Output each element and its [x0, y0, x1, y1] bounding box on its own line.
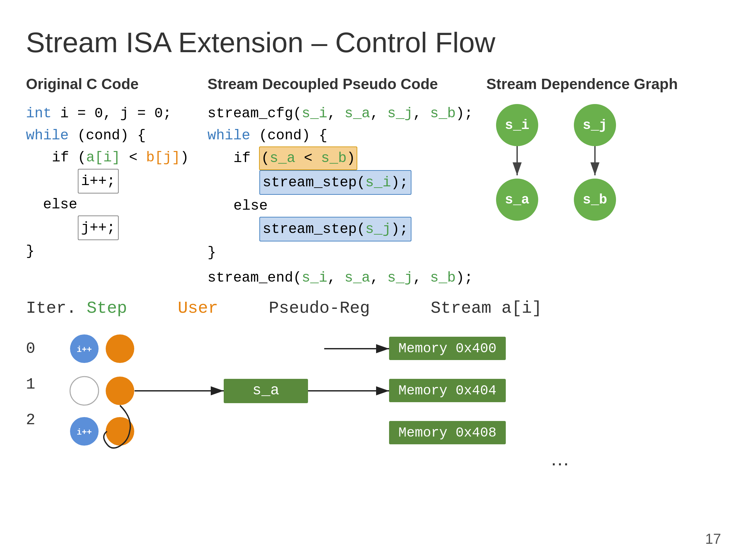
keyword-while-1: while — [26, 127, 69, 143]
legend-space1 — [137, 299, 168, 318]
code-section: int i = 0, j = 0; while (cond) { if (a[i… — [26, 102, 721, 289]
iinc-box: i++; — [78, 169, 119, 193]
iter-0: 0 — [26, 331, 65, 367]
slide-title: Stream ISA Extension – Control Flow — [26, 26, 721, 59]
end-sj: s_j — [387, 270, 413, 286]
col-header-3: Stream Dependence Graph — [486, 75, 681, 93]
svg-text:s_b: s_b — [583, 192, 607, 208]
end-sb: s_b — [430, 270, 456, 286]
pseudo-line-3: if (s_a < s_b) — [233, 146, 486, 170]
pseudo-line-4: stream_step(s_i); — [259, 170, 486, 195]
svg-point-15 — [70, 377, 99, 405]
pseudo-line-5: else — [233, 195, 486, 217]
stream-step-si: stream_step(s_i); — [259, 170, 411, 195]
original-c-code: int i = 0, j = 0; while (cond) { if (a[i… — [26, 102, 207, 262]
code-line-3: if (a[i] < b[j]) — [52, 146, 207, 168]
diagram-svg-container: i++ i++ s_a — [65, 331, 713, 454]
iter-2: 2 — [26, 402, 65, 438]
end-si: s_i — [302, 270, 327, 286]
end-sa: s_a — [344, 270, 370, 286]
svg-text:Memory 0x404: Memory 0x404 — [398, 383, 496, 399]
svg-text:Memory 0x408: Memory 0x408 — [398, 425, 496, 441]
iter-1: 1 — [26, 367, 65, 402]
legend-space2 — [228, 299, 259, 318]
keyword-while-2: while — [207, 127, 250, 143]
pseudo-line-1: stream_cfg(s_i, s_a, s_j, s_b); — [207, 102, 486, 125]
graph-column: s_i s_j s_a s_b — [486, 102, 697, 230]
diagram-svg: i++ i++ s_a — [65, 331, 713, 454]
pseudo-line-8: stream_end(s_i, s_a, s_j, s_b); — [207, 267, 486, 289]
code-line-5: else — [26, 193, 207, 215]
pseudo-line-2: while (cond) { — [207, 125, 486, 146]
svg-text:i++: i++ — [77, 427, 92, 437]
legend-pseudo: Pseudo-Reg — [269, 299, 370, 318]
condition-highlight: (s_a < s_b) — [259, 146, 357, 170]
legend-stream: Stream a[i] — [431, 299, 542, 318]
jinc-box: j++; — [78, 215, 119, 240]
param-sa: s_a — [344, 105, 370, 122]
legend-space3 — [380, 299, 420, 318]
code-line-4: i++; — [78, 169, 207, 193]
svg-text:s_j: s_j — [583, 118, 607, 133]
legend-iter: Iter. — [26, 299, 86, 318]
param-sb: s_b — [430, 105, 456, 122]
col-header-1: Original C Code — [26, 75, 207, 93]
dependence-graph: s_i s_j s_a s_b — [486, 102, 668, 225]
keyword-int: int — [26, 105, 52, 122]
svg-point-16 — [106, 377, 134, 405]
pseudo-line-6: stream_step(s_j); — [259, 217, 486, 241]
svg-text:i++: i++ — [77, 345, 92, 354]
svg-text:Memory 0x400: Memory 0x400 — [398, 341, 496, 356]
code-line-2: while (cond) { — [26, 125, 207, 146]
param-sj: s_j — [387, 105, 413, 122]
pseudo-line-7: } — [207, 241, 486, 264]
svg-point-14 — [106, 335, 134, 363]
var-ai: a[i] — [86, 150, 121, 166]
col-header-2: Stream Decoupled Pseudo Code — [207, 75, 486, 93]
diagram-section: 0 1 2 i++ — [26, 331, 721, 454]
stream-step-sj: stream_step(s_j); — [259, 217, 411, 241]
code-line-7: } — [26, 240, 207, 262]
page-number: 17 — [705, 531, 721, 547]
param-si: s_i — [302, 105, 327, 122]
code-line-1: int i = 0, j = 0; — [26, 102, 207, 125]
svg-text:s_i: s_i — [505, 118, 530, 133]
svg-text:s_a: s_a — [253, 382, 280, 399]
stream-pseudo-code: stream_cfg(s_i, s_a, s_j, s_b); while (c… — [207, 102, 486, 289]
column-headers: Original C Code Stream Decoupled Pseudo … — [26, 75, 721, 93]
legend-row: Iter. Step User Pseudo-Reg Stream a[i] — [26, 299, 721, 318]
slide: Stream ISA Extension – Control Flow Orig… — [0, 0, 747, 560]
svg-text:s_a: s_a — [505, 192, 530, 208]
legend-step: Step — [86, 299, 127, 318]
iter-column: 0 1 2 — [26, 331, 65, 438]
var-bj: b[j] — [146, 150, 180, 166]
legend-user: User — [178, 299, 218, 318]
code-line-6: j++; — [78, 215, 207, 240]
